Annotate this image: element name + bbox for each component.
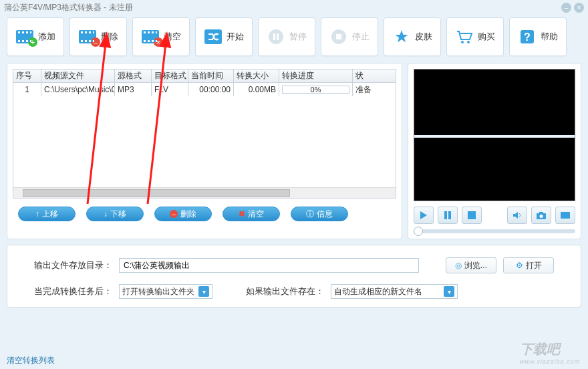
pause-icon [267, 29, 285, 45]
buy-button[interactable]: 购买 [446, 17, 504, 56]
col-srcfmt[interactable]: 源格式 [115, 70, 152, 82]
list-clear-button[interactable]: ✖清空 [223, 207, 280, 221]
stop-label: 停止 [352, 31, 370, 43]
stop-icon [329, 29, 348, 45]
browse-button[interactable]: ◎浏览... [446, 257, 496, 273]
open-button[interactable]: ⚙打开 [503, 257, 554, 273]
col-source[interactable]: 视频源文件 [41, 70, 115, 82]
col-index[interactable]: 序号 [13, 70, 41, 82]
preview-panel [408, 63, 581, 239]
table-header: 序号 视频源文件 源格式 目标格式 当前时间 转换大小 转换进度 状 [13, 70, 396, 83]
clear-list-link[interactable]: 清空转换列表 [7, 355, 55, 366]
media-stop-button[interactable] [462, 207, 482, 224]
delete-button[interactable]: – 删除 [69, 17, 127, 56]
col-status[interactable]: 状 [353, 70, 372, 82]
target-icon: ◎ [455, 261, 462, 270]
title-bar: 蒲公英F4V/MP3格式转换器 - 未注册 – × [0, 0, 588, 15]
window-title: 蒲公英F4V/MP3格式转换器 - 未注册 [4, 2, 133, 13]
star-icon [392, 29, 411, 45]
cart-icon [455, 29, 474, 45]
svg-rect-3 [277, 33, 279, 40]
svg-rect-2 [273, 33, 275, 40]
svg-rect-14 [468, 211, 476, 219]
move-down-button[interactable]: ↓下移 [86, 207, 144, 221]
clear-button[interactable]: × 清空 [132, 17, 190, 56]
seek-slider[interactable] [414, 229, 575, 233]
after-convert-value: 打开转换输出文件夹 [122, 286, 194, 297]
if-exists-label: 如果输出文件存在： [246, 285, 324, 297]
cell-progress: 0% [279, 83, 353, 96]
minus-circle-icon: – [170, 210, 178, 218]
list-delete-button[interactable]: –删除 [154, 207, 212, 221]
start-label: 开始 [227, 31, 244, 43]
col-prog[interactable]: 转换进度 [279, 70, 353, 82]
cell-source: C:\Users\pc\Music\0... [41, 83, 115, 96]
chevron-down-icon: ▾ [198, 286, 209, 297]
svg-point-1 [269, 29, 283, 44]
add-button[interactable]: + 添加 [7, 17, 64, 56]
minimize-button[interactable]: – [561, 3, 571, 13]
slider-knob[interactable] [414, 227, 423, 236]
svg-rect-13 [448, 211, 451, 219]
col-time[interactable]: 当前时间 [188, 70, 234, 82]
after-convert-combo[interactable]: 打开转换输出文件夹 ▾ [119, 284, 212, 299]
svg-text:?: ? [524, 31, 531, 43]
horizontal-scrollbar[interactable] [13, 187, 396, 198]
film-clear-icon: × [141, 29, 160, 45]
film-delete-icon: – [78, 29, 97, 45]
skin-button[interactable]: 皮肤 [384, 17, 441, 56]
volume-button[interactable] [507, 207, 527, 224]
svg-rect-17 [539, 212, 543, 214]
add-label: 添加 [38, 31, 55, 43]
video-preview [414, 69, 575, 201]
if-exists-value: 自动生成相应的新文件名 [334, 286, 422, 297]
main-toolbar: + 添加 – 删除 × 清空 开始 暂停 停止 皮肤 购买 ? 帮助 [0, 15, 588, 63]
pause-label: 暂停 [289, 31, 307, 43]
cell-status: 准备 [353, 83, 372, 96]
svg-point-7 [467, 41, 470, 43]
svg-point-6 [461, 41, 464, 43]
media-controls [414, 207, 575, 224]
up-arrow-icon: ↑ [35, 209, 39, 219]
watermark: 下载吧 www.xiazaiba.com [520, 340, 580, 365]
info-button[interactable]: ⓘ信息 [291, 207, 348, 221]
col-dstfmt[interactable]: 目标格式 [152, 70, 188, 82]
list-actions: ↑上移 ↓下移 –删除 ✖清空 ⓘ信息 [13, 207, 396, 221]
svg-rect-18 [561, 212, 570, 219]
cell-time: 00:00:00 [188, 83, 234, 96]
pause-button[interactable]: 暂停 [258, 17, 315, 56]
col-size[interactable]: 转换大小 [234, 70, 279, 82]
shuffle-icon [204, 29, 223, 45]
help-icon: ? [518, 29, 537, 45]
cell-srcfmt: MP3 [115, 83, 152, 96]
snapshot-button[interactable] [531, 207, 551, 224]
x-icon: ✖ [239, 209, 245, 219]
help-button[interactable]: ? 帮助 [509, 17, 567, 56]
info-icon: ⓘ [306, 209, 314, 220]
chevron-down-icon: ▾ [444, 286, 454, 297]
clear-label: 清空 [164, 31, 181, 43]
skin-label: 皮肤 [415, 31, 432, 43]
svg-rect-12 [444, 211, 447, 219]
fullscreen-button[interactable] [555, 207, 575, 224]
table-row[interactable]: 1 C:\Users\pc\Music\0... MP3 FLV 00:00:0… [13, 83, 396, 96]
film-add-icon: + [15, 29, 34, 45]
stop-button[interactable]: 停止 [321, 17, 378, 56]
gear-icon: ⚙ [516, 261, 523, 270]
after-convert-label: 当完成转换任务后： [34, 285, 112, 297]
file-table: 序号 视频源文件 源格式 目标格式 当前时间 转换大小 转换进度 状 1 C:\… [13, 69, 396, 199]
close-button[interactable]: × [574, 3, 584, 13]
output-dir-label: 输出文件存放目录： [34, 259, 112, 271]
down-arrow-icon: ↓ [104, 209, 108, 219]
play-button[interactable] [414, 207, 434, 224]
file-list-panel: 序号 视频源文件 源格式 目标格式 当前时间 转换大小 转换进度 状 1 C:\… [7, 63, 402, 239]
media-pause-button[interactable] [438, 207, 458, 224]
start-button[interactable]: 开始 [195, 17, 253, 56]
cell-size: 0.00MB [234, 83, 279, 96]
output-dir-input[interactable] [119, 258, 419, 273]
move-up-button[interactable]: ↑上移 [18, 207, 76, 221]
if-exists-combo[interactable]: 自动生成相应的新文件名 ▾ [331, 284, 458, 299]
svg-rect-5 [336, 34, 341, 39]
help-label: 帮助 [541, 31, 558, 43]
cell-index: 1 [13, 83, 41, 96]
